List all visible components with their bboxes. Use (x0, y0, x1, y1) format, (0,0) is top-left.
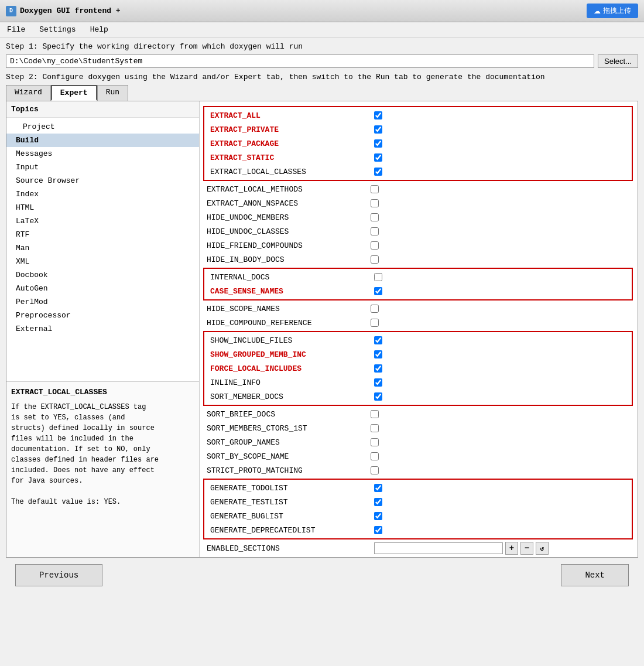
menu-help[interactable]: Help (88, 24, 111, 35)
topic-input[interactable]: Input (6, 160, 199, 174)
checkbox-hide-scope[interactable] (371, 305, 379, 313)
checkbox-extract-package[interactable] (374, 139, 382, 148)
checkbox-gen-deprecated[interactable] (374, 526, 382, 534)
checkbox-hide-body[interactable] (371, 255, 379, 264)
desc-title: EXTRACT_LOCAL_CLASSES (11, 387, 194, 398)
title-bar-left: D Doxygen GUI frontend + (6, 6, 121, 16)
checkbox-extract-static[interactable] (374, 153, 382, 162)
upload-button[interactable]: ☁ 拖拽上传 (587, 4, 638, 18)
topic-project[interactable]: Project (6, 120, 199, 134)
next-button[interactable]: Next (561, 564, 629, 586)
checkbox-hide-undoc-members[interactable] (371, 213, 379, 221)
setting-show-grouped: SHOW_GROUPED_MEMB_INC (205, 347, 631, 361)
upload-label: 拖拽上传 (603, 6, 631, 16)
control-gen-test (374, 498, 382, 506)
control-force-local (374, 364, 382, 373)
setting-name-gen-test: GENERATE_TESTLIST (210, 498, 374, 507)
setting-name-sort-brief: SORT_BRIEF_DOCS (207, 410, 371, 419)
setting-name-show-include: SHOW_INCLUDE_FILES (210, 336, 374, 345)
checkbox-extract-anon[interactable] (371, 199, 379, 207)
step1-label: Step 1: Specify the working directory fr… (6, 42, 638, 51)
checkbox-extract-private[interactable] (374, 125, 382, 134)
topic-html[interactable]: HTML (6, 201, 199, 214)
setting-extract-static: EXTRACT_STATIC (205, 151, 631, 165)
control-extract-package (374, 139, 382, 148)
topic-rtf[interactable]: RTF (6, 228, 199, 241)
setting-name-gen-deprecated: GENERATE_DEPRECATEDLIST (210, 526, 374, 535)
enabled-sections-input[interactable] (374, 542, 503, 554)
checkbox-force-local[interactable] (374, 364, 382, 373)
topic-perlmod[interactable]: PerlMod (6, 295, 199, 309)
checkbox-hide-compound[interactable] (371, 319, 379, 327)
previous-button[interactable]: Previous (15, 564, 102, 586)
checkbox-sort-scope[interactable] (371, 452, 379, 460)
setting-name-sort-ctors: SORT_MEMBERS_CTORS_1ST (207, 424, 371, 433)
menu-settings[interactable]: Settings (37, 24, 78, 35)
topic-xml[interactable]: XML (6, 255, 199, 268)
checkbox-inline-info[interactable] (374, 378, 382, 387)
control-extract-local-methods (371, 185, 379, 193)
checkbox-extract-all[interactable] (374, 111, 382, 119)
checkbox-sort-group[interactable] (371, 438, 379, 446)
checkbox-gen-todo[interactable] (374, 484, 382, 492)
checkbox-gen-test[interactable] (374, 498, 382, 506)
checkbox-extract-local-methods[interactable] (371, 185, 379, 193)
add-section-button[interactable]: + (505, 542, 518, 555)
topic-index[interactable]: Index (6, 187, 199, 201)
checkbox-case-sense[interactable] (374, 287, 382, 295)
checkbox-hide-undoc-classes[interactable] (371, 227, 379, 235)
setting-hide-undoc-members: HIDE_UNDOC_MEMBERS (202, 210, 635, 224)
setting-generate-deprecated: GENERATE_DEPRECATEDLIST (205, 523, 631, 537)
checkbox-hide-friend[interactable] (371, 241, 379, 250)
checkbox-internal-docs[interactable] (374, 273, 382, 281)
topic-external[interactable]: External (6, 322, 199, 336)
setting-name-case-sense: CASE_SENSE_NAMES (210, 287, 374, 296)
topic-autogen[interactable]: AutoGen (6, 282, 199, 295)
remove-section-button[interactable]: − (520, 542, 533, 555)
topic-preprocessor[interactable]: Preprocessor (6, 309, 199, 322)
checkbox-extract-local-classes[interactable] (374, 168, 382, 176)
checkbox-show-include[interactable] (374, 336, 382, 344)
menu-file[interactable]: File (5, 24, 28, 35)
setting-name-hide-scope: HIDE_SCOPE_NAMES (207, 305, 371, 313)
red-group-3: SHOW_INCLUDE_FILES SHOW_GROUPED_MEMB_INC… (203, 331, 633, 406)
topic-latex[interactable]: LaTeX (6, 214, 199, 228)
select-button[interactable]: Select... (598, 54, 638, 68)
topic-messages[interactable]: Messages (6, 147, 199, 160)
checkbox-sort-ctors[interactable] (371, 424, 379, 432)
control-sort-brief (371, 410, 379, 418)
setting-name-sort-group: SORT_GROUP_NAMES (207, 438, 371, 447)
refresh-section-button[interactable]: ↺ (536, 542, 549, 555)
control-sort-scope (371, 452, 379, 460)
setting-hide-undoc-classes: HIDE_UNDOC_CLASSES (202, 224, 635, 238)
topics-header: Topics (6, 101, 199, 118)
topic-build[interactable]: Build (6, 134, 199, 147)
topic-man[interactable]: Man (6, 241, 199, 255)
checkbox-strict-proto[interactable] (371, 466, 379, 474)
checkbox-sort-brief[interactable] (371, 410, 379, 418)
control-case-sense (374, 287, 382, 295)
setting-extract-anon-nspaces: EXTRACT_ANON_NSPACES (202, 196, 635, 210)
tab-expert[interactable]: Expert (51, 85, 97, 101)
control-internal-docs (374, 273, 382, 281)
setting-name-extract-anon: EXTRACT_ANON_NSPACES (207, 199, 371, 208)
control-hide-scope (371, 305, 379, 313)
setting-name-hide-compound: HIDE_COMPOUND_REFERENCE (207, 319, 371, 327)
control-extract-private (374, 125, 382, 134)
tab-run[interactable]: Run (97, 85, 128, 101)
checkbox-gen-bug[interactable] (374, 512, 382, 520)
checkbox-show-grouped[interactable] (374, 350, 382, 358)
topic-docbook[interactable]: Docbook (6, 268, 199, 282)
checkbox-sort-member[interactable] (374, 392, 382, 401)
control-show-grouped (374, 350, 382, 358)
setting-hide-friend-compounds: HIDE_FRIEND_COMPOUNDS (202, 238, 635, 252)
topic-source-browser[interactable]: Source Browser (6, 174, 199, 187)
setting-name-gen-bug: GENERATE_BUGLIST (210, 512, 374, 521)
red-group-1: EXTRACT_ALL EXTRACT_PRIVATE EXTRACT_PACK… (203, 106, 633, 181)
app-icon: D (6, 6, 16, 16)
setting-hide-compound-ref: HIDE_COMPOUND_REFERENCE (202, 316, 635, 330)
working-dir-input[interactable] (6, 54, 594, 68)
bottom-buttons: Previous Next (6, 558, 638, 592)
tab-wizard[interactable]: Wizard (6, 85, 51, 101)
setting-hide-scope-names: HIDE_SCOPE_NAMES (202, 302, 635, 316)
